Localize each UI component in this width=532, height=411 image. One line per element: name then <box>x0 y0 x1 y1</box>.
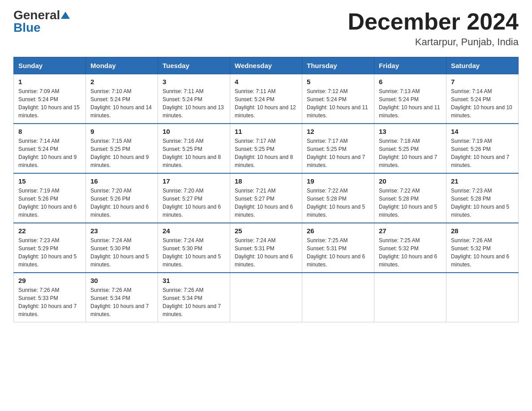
day-info: Sunrise: 7:14 AMSunset: 5:24 PMDaylight:… <box>18 137 81 169</box>
calendar-cell: 29Sunrise: 7:26 AMSunset: 5:33 PMDayligh… <box>14 273 86 322</box>
calendar-cell: 30Sunrise: 7:26 AMSunset: 5:34 PMDayligh… <box>86 273 158 322</box>
calendar-cell <box>230 273 302 322</box>
day-info: Sunrise: 7:16 AMSunset: 5:25 PMDaylight:… <box>163 137 225 169</box>
day-info: Sunrise: 7:26 AMSunset: 5:34 PMDaylight:… <box>163 286 225 318</box>
day-number: 1 <box>18 78 81 86</box>
weekday-header-saturday: Saturday <box>446 57 519 74</box>
day-number: 21 <box>451 177 514 185</box>
calendar-cell: 26Sunrise: 7:25 AMSunset: 5:31 PMDayligh… <box>302 223 374 273</box>
day-info: Sunrise: 7:13 AMSunset: 5:24 PMDaylight:… <box>379 87 442 120</box>
day-info: Sunrise: 7:26 AMSunset: 5:32 PMDaylight:… <box>451 236 514 269</box>
month-title: December 2024 <box>348 9 519 34</box>
calendar-cell: 17Sunrise: 7:20 AMSunset: 5:27 PMDayligh… <box>158 173 230 223</box>
calendar-cell <box>446 273 519 322</box>
calendar-week-row: 29Sunrise: 7:26 AMSunset: 5:33 PMDayligh… <box>14 273 519 322</box>
day-number: 10 <box>163 128 225 135</box>
day-info: Sunrise: 7:19 AMSunset: 5:26 PMDaylight:… <box>451 137 514 169</box>
calendar-cell: 4Sunrise: 7:11 AMSunset: 5:24 PMDaylight… <box>230 74 302 124</box>
day-number: 11 <box>235 128 297 135</box>
day-number: 8 <box>18 128 81 135</box>
page-header: General Blue December 2024 Kartarpur, Pu… <box>13 9 519 48</box>
day-number: 15 <box>18 177 81 185</box>
day-number: 3 <box>163 78 225 86</box>
calendar-week-row: 1Sunrise: 7:09 AMSunset: 5:24 PMDaylight… <box>14 74 519 124</box>
day-number: 28 <box>451 227 514 235</box>
calendar-cell: 15Sunrise: 7:19 AMSunset: 5:26 PMDayligh… <box>14 173 86 223</box>
day-info: Sunrise: 7:17 AMSunset: 5:25 PMDaylight:… <box>235 137 297 169</box>
location-title: Kartarpur, Punjab, India <box>348 36 519 48</box>
logo-general-text: General <box>13 9 60 21</box>
day-info: Sunrise: 7:17 AMSunset: 5:25 PMDaylight:… <box>307 137 369 169</box>
calendar-week-row: 22Sunrise: 7:23 AMSunset: 5:29 PMDayligh… <box>14 223 519 273</box>
day-number: 25 <box>235 227 297 235</box>
calendar-cell: 11Sunrise: 7:17 AMSunset: 5:25 PMDayligh… <box>230 124 302 173</box>
calendar-cell: 21Sunrise: 7:23 AMSunset: 5:28 PMDayligh… <box>446 173 519 223</box>
day-info: Sunrise: 7:25 AMSunset: 5:32 PMDaylight:… <box>379 236 442 269</box>
day-info: Sunrise: 7:24 AMSunset: 5:31 PMDaylight:… <box>235 236 297 269</box>
calendar-cell: 5Sunrise: 7:12 AMSunset: 5:24 PMDaylight… <box>302 74 374 124</box>
day-number: 6 <box>379 78 442 86</box>
day-number: 13 <box>379 128 442 135</box>
calendar-cell: 25Sunrise: 7:24 AMSunset: 5:31 PMDayligh… <box>230 223 302 273</box>
calendar-cell: 12Sunrise: 7:17 AMSunset: 5:25 PMDayligh… <box>302 124 374 173</box>
day-info: Sunrise: 7:23 AMSunset: 5:29 PMDaylight:… <box>18 236 81 269</box>
day-info: Sunrise: 7:14 AMSunset: 5:24 PMDaylight:… <box>451 87 514 120</box>
calendar-cell: 6Sunrise: 7:13 AMSunset: 5:24 PMDaylight… <box>374 74 446 124</box>
calendar-cell: 19Sunrise: 7:22 AMSunset: 5:28 PMDayligh… <box>302 173 374 223</box>
weekday-header-thursday: Thursday <box>302 57 374 74</box>
day-info: Sunrise: 7:09 AMSunset: 5:24 PMDaylight:… <box>18 87 81 120</box>
day-number: 16 <box>90 177 153 185</box>
calendar-cell: 10Sunrise: 7:16 AMSunset: 5:25 PMDayligh… <box>158 124 230 173</box>
day-number: 12 <box>307 128 369 135</box>
calendar-cell: 27Sunrise: 7:25 AMSunset: 5:32 PMDayligh… <box>374 223 446 273</box>
calendar-cell: 22Sunrise: 7:23 AMSunset: 5:29 PMDayligh… <box>14 223 86 273</box>
day-number: 27 <box>379 227 442 235</box>
day-number: 23 <box>90 227 153 235</box>
day-number: 29 <box>18 277 81 284</box>
day-number: 30 <box>90 277 153 284</box>
calendar-week-row: 8Sunrise: 7:14 AMSunset: 5:24 PMDaylight… <box>14 124 519 173</box>
day-number: 17 <box>163 177 225 185</box>
logo-blue-text: Blue <box>13 21 41 34</box>
weekday-header-monday: Monday <box>86 57 158 74</box>
calendar-cell: 31Sunrise: 7:26 AMSunset: 5:34 PMDayligh… <box>158 273 230 322</box>
title-block: December 2024 Kartarpur, Punjab, India <box>348 9 519 48</box>
day-number: 2 <box>90 78 153 86</box>
calendar-cell: 23Sunrise: 7:24 AMSunset: 5:30 PMDayligh… <box>86 223 158 273</box>
calendar-table: SundayMondayTuesdayWednesdayThursdayFrid… <box>13 57 519 322</box>
calendar-cell: 9Sunrise: 7:15 AMSunset: 5:25 PMDaylight… <box>86 124 158 173</box>
calendar-cell: 3Sunrise: 7:11 AMSunset: 5:24 PMDaylight… <box>158 74 230 124</box>
day-info: Sunrise: 7:11 AMSunset: 5:24 PMDaylight:… <box>163 87 225 120</box>
weekday-header-row: SundayMondayTuesdayWednesdayThursdayFrid… <box>14 57 519 74</box>
calendar-week-row: 15Sunrise: 7:19 AMSunset: 5:26 PMDayligh… <box>14 173 519 223</box>
day-number: 22 <box>18 227 81 235</box>
calendar-cell: 28Sunrise: 7:26 AMSunset: 5:32 PMDayligh… <box>446 223 519 273</box>
day-info: Sunrise: 7:23 AMSunset: 5:28 PMDaylight:… <box>451 187 514 219</box>
day-info: Sunrise: 7:26 AMSunset: 5:33 PMDaylight:… <box>18 286 81 318</box>
day-number: 5 <box>307 78 369 86</box>
calendar-cell: 8Sunrise: 7:14 AMSunset: 5:24 PMDaylight… <box>14 124 86 173</box>
day-number: 24 <box>163 227 225 235</box>
day-info: Sunrise: 7:20 AMSunset: 5:26 PMDaylight:… <box>90 187 153 219</box>
calendar-cell: 13Sunrise: 7:18 AMSunset: 5:25 PMDayligh… <box>374 124 446 173</box>
calendar-cell <box>374 273 446 322</box>
calendar-cell: 7Sunrise: 7:14 AMSunset: 5:24 PMDaylight… <box>446 74 519 124</box>
day-info: Sunrise: 7:12 AMSunset: 5:24 PMDaylight:… <box>307 87 369 120</box>
day-info: Sunrise: 7:10 AMSunset: 5:24 PMDaylight:… <box>90 87 153 120</box>
day-number: 7 <box>451 78 514 86</box>
day-number: 19 <box>307 177 369 185</box>
day-info: Sunrise: 7:26 AMSunset: 5:34 PMDaylight:… <box>90 286 153 318</box>
day-number: 31 <box>163 277 225 284</box>
calendar-cell: 20Sunrise: 7:22 AMSunset: 5:28 PMDayligh… <box>374 173 446 223</box>
calendar-cell: 16Sunrise: 7:20 AMSunset: 5:26 PMDayligh… <box>86 173 158 223</box>
weekday-header-sunday: Sunday <box>14 57 86 74</box>
calendar-cell: 2Sunrise: 7:10 AMSunset: 5:24 PMDaylight… <box>86 74 158 124</box>
logo: General Blue <box>13 9 70 34</box>
day-number: 20 <box>379 177 442 185</box>
calendar-cell: 24Sunrise: 7:24 AMSunset: 5:30 PMDayligh… <box>158 223 230 273</box>
logo-triangle-icon <box>61 12 70 19</box>
day-number: 9 <box>90 128 153 135</box>
day-info: Sunrise: 7:21 AMSunset: 5:27 PMDaylight:… <box>235 187 297 219</box>
calendar-cell: 18Sunrise: 7:21 AMSunset: 5:27 PMDayligh… <box>230 173 302 223</box>
day-info: Sunrise: 7:22 AMSunset: 5:28 PMDaylight:… <box>307 187 369 219</box>
